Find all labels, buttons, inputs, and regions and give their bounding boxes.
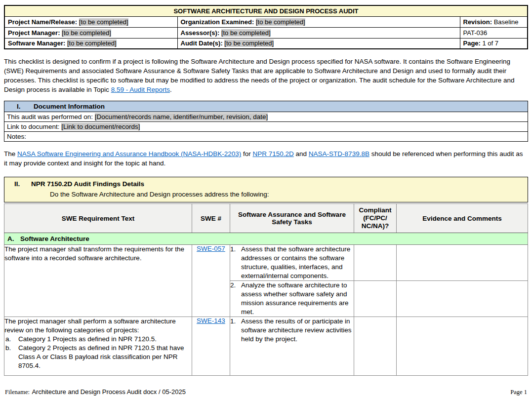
- project-name-value[interactable]: [to be completed]: [79, 18, 128, 26]
- section2-title: NPR 7150.2D Audit Findings Details: [31, 180, 144, 188]
- compliant-cell[interactable]: [354, 317, 397, 376]
- software-manager-value[interactable]: [to be completed]: [67, 40, 117, 47]
- task-cell: 1. Assess the results of or participate …: [230, 317, 354, 376]
- intro-text: This checklist is designed to confirm if…: [4, 58, 515, 93]
- audit-reports-link[interactable]: 8.59 - Audit Reports: [111, 86, 170, 93]
- requirement-intro: The project manager shall perform a soft…: [4, 317, 192, 335]
- section-a-number: A.: [7, 235, 20, 242]
- project-name-cell: Project Name/Release: [to be completed]: [4, 16, 177, 27]
- page-number: Page 1: [510, 389, 527, 396]
- reference-paragraph: The NASA Software Engineering and Assura…: [4, 149, 528, 168]
- section2-subtitle: Do the Software Architecture and Design …: [50, 190, 528, 199]
- filename-value: Architecture and Design Process Audit do…: [32, 388, 185, 396]
- document-page: SOFTWARE ARCHITECTURE AND DESIGN PROCESS…: [0, 0, 532, 376]
- page-count-value: 1 of 7: [483, 40, 499, 47]
- footer-filename: Filename: Architecture and Design Proces…: [5, 387, 186, 396]
- section1-header: I.Document Information: [4, 101, 528, 112]
- task-text: Assess that the software architecture ad…: [241, 245, 354, 280]
- task-cell: 2. Analyze the software architecture to …: [230, 281, 354, 317]
- revision-label: Revision:: [463, 18, 492, 26]
- swe-057-link[interactable]: SWE-057: [197, 245, 225, 252]
- project-manager-label: Project Manager:: [8, 29, 60, 37]
- pat-number: PAT-036: [463, 29, 488, 37]
- revision-value: Baseline: [494, 18, 519, 26]
- assessor-label: Assessor(s):: [181, 29, 220, 37]
- audit-performed-on-value[interactable]: [Document/records name, identifier/numbe…: [95, 113, 268, 120]
- table-row: The project manager shall transform the …: [4, 245, 528, 281]
- findings-header-row: SWE Requirement Text SWE # Software Assu…: [4, 204, 528, 233]
- findings-table: SWE Requirement Text SWE # Software Assu…: [4, 203, 528, 376]
- requirement-item-text: Category 2 Projects as defined in NPR 71…: [18, 344, 192, 370]
- section-a-cell: A.Software Architecture: [4, 233, 528, 245]
- task-cell: 1. Assess that the software architecture…: [230, 245, 354, 281]
- project-manager-cell: Project Manager: [to be completed]: [4, 27, 177, 38]
- page-footer: Filename: Architecture and Design Proces…: [5, 387, 527, 396]
- section2-title-line: II.NPR 7150.2D Audit Findings Details: [4, 180, 528, 189]
- link-to-document-cell: Link to document: [Link to document/reco…: [4, 122, 528, 132]
- assessor-value[interactable]: [to be completed]: [221, 29, 271, 37]
- section2-number: II.: [14, 180, 31, 189]
- col-header-evidence: Evidence and Comments: [397, 204, 528, 233]
- page-count-cell: Page: 1 of 7: [460, 38, 528, 49]
- section1-title: Document Information: [34, 103, 105, 110]
- task-number: 1.: [230, 245, 241, 280]
- compliant-cell[interactable]: [354, 245, 397, 281]
- audit-performed-on-label: This audit was performed on:: [7, 113, 93, 120]
- requirement-text-swe057: The project manager shall transform the …: [4, 245, 192, 317]
- section2-header: II.NPR 7150.2D Audit Findings Details Do…: [4, 177, 528, 202]
- reference-text-2: for: [241, 150, 252, 158]
- project-manager-value[interactable]: [to be completed]: [62, 29, 111, 37]
- reference-text-3: and: [294, 150, 309, 158]
- filename-label: Filename:: [5, 389, 30, 396]
- compliant-cell[interactable]: [354, 281, 397, 317]
- document-information-table: I.Document Information This audit was pe…: [4, 101, 528, 142]
- audit-date-label: Audit Date(s):: [181, 40, 223, 47]
- handbook-link[interactable]: NASA Software Engineering and Assurance …: [17, 150, 241, 158]
- intro-text-end: .: [170, 86, 172, 93]
- swe-number-cell: SWE-143: [192, 317, 230, 376]
- swe-143-link[interactable]: SWE-143: [197, 317, 225, 324]
- notes-cell[interactable]: Notes:: [4, 132, 528, 142]
- organization-value[interactable]: [to be completed]: [256, 18, 305, 26]
- requirement-item-letter: b.: [4, 344, 18, 370]
- software-manager-cell: Software Manager: [to be completed]: [4, 38, 177, 49]
- organization-cell: Organization Examined: [to be completed]: [177, 16, 460, 27]
- task-number: 2.: [230, 281, 241, 317]
- organization-label: Organization Examined:: [181, 18, 254, 26]
- notes-label: Notes:: [7, 133, 26, 140]
- audit-date-value[interactable]: [to be completed]: [224, 40, 274, 47]
- requirement-text-swe143: The project manager shall perform a soft…: [4, 317, 192, 376]
- nasa-std-link[interactable]: NASA-STD-8739.8B: [309, 150, 369, 158]
- evidence-cell[interactable]: [397, 245, 528, 281]
- section1-number: I.: [17, 103, 34, 110]
- evidence-cell[interactable]: [397, 281, 528, 317]
- npr-7150-link[interactable]: NPR 7150.2D: [253, 150, 294, 158]
- table-row: The project manager shall perform a soft…: [4, 317, 528, 376]
- col-header-swe: SWE #: [192, 204, 230, 233]
- assessor-cell: Assessor(s): [to be completed]: [177, 27, 460, 38]
- col-header-tasks: Software Assurance and Software Safety T…: [230, 204, 354, 233]
- audit-performed-on-cell: This audit was performed on: [Document/r…: [4, 112, 528, 122]
- reference-text-1: The: [4, 150, 17, 158]
- software-manager-label: Software Manager:: [8, 40, 65, 47]
- task-text: Assess the results of or participate in …: [241, 317, 354, 344]
- project-name-label: Project Name/Release:: [8, 18, 77, 26]
- header-table: SOFTWARE ARCHITECTURE AND DESIGN PROCESS…: [4, 5, 528, 49]
- link-to-document-label: Link to document:: [7, 123, 60, 130]
- task-text: Analyze the software architecture to ass…: [241, 281, 354, 317]
- intro-paragraph: This checklist is designed to confirm if…: [4, 57, 528, 94]
- pat-number-cell: PAT-036: [460, 27, 528, 38]
- page-title: SOFTWARE ARCHITECTURE AND DESIGN PROCESS…: [4, 5, 528, 16]
- requirement-item-letter: a.: [4, 335, 18, 344]
- audit-date-cell: Audit Date(s): [to be completed]: [177, 38, 460, 49]
- page-count-label: Page:: [463, 40, 481, 47]
- col-header-compliant: Compliant (FC/PC/ NC/NA)?: [354, 204, 397, 233]
- swe-number-cell: SWE-057: [192, 245, 230, 317]
- evidence-cell[interactable]: [397, 317, 528, 376]
- col-header-requirement: SWE Requirement Text: [4, 204, 192, 233]
- task-number: 1.: [230, 317, 241, 344]
- revision-cell: Revision: Baseline: [460, 16, 528, 27]
- section-a-title: Software Architecture: [20, 235, 89, 242]
- section-a-row: A.Software Architecture: [4, 233, 528, 245]
- link-to-document-value[interactable]: [Link to document/records]: [61, 123, 140, 130]
